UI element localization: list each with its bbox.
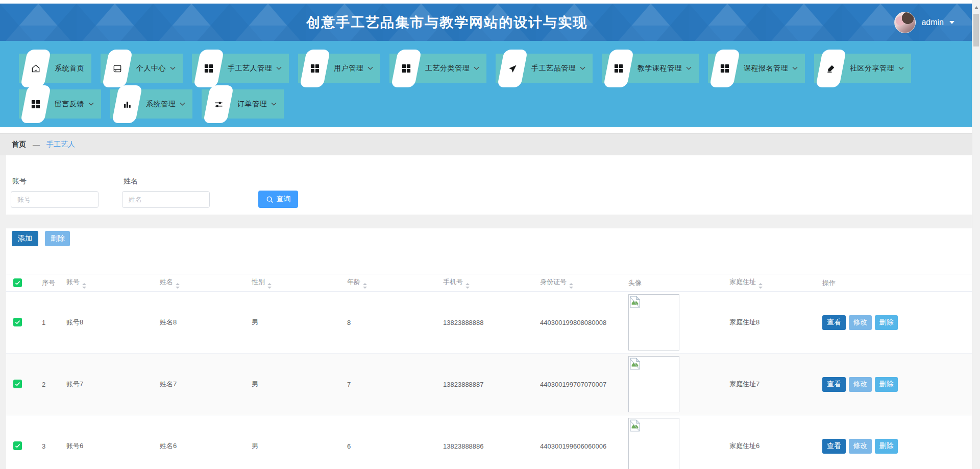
bulk-delete-button[interactable]: 删除 [45,231,70,246]
search-button-label: 查询 [277,195,291,204]
search-button[interactable]: 查询 [258,191,298,208]
cell-account: 账号7 [60,354,154,415]
account-label: 账号 [11,177,99,186]
row-actions: 查看 修改 删除 [822,439,972,454]
scrollbar[interactable] [972,0,980,469]
nav-item-craftsman-management[interactable]: 手工艺人管理 [192,54,289,83]
grid-icon [193,50,224,87]
cell-phone: 13823888888 [437,292,534,354]
page: 创意手工艺品集市与教学网站的设计与实现 admin 系统首页 个人中心 [0,0,972,469]
cell-account: 账号6 [60,415,154,469]
name-input[interactable] [122,191,210,208]
bar-chart-icon [112,85,142,123]
table-row: 3 账号6 姓名6 男 6 13823888886 44030019960606… [6,415,972,469]
edit-button[interactable]: 修改 [849,315,872,330]
edit-button[interactable]: 修改 [849,439,872,454]
window-icon [102,50,133,87]
grid-icon [709,50,740,87]
view-button[interactable]: 查看 [822,315,846,330]
nav-item-label: 课程报名管理 [744,64,788,73]
sort-icon[interactable] [465,283,470,289]
scrollbar-thumb[interactable] [973,14,979,46]
nav-item-community-share-management[interactable]: 社区分享管理 [814,54,911,83]
pen-icon [816,50,846,87]
nav-item-home[interactable]: 系统首页 [19,54,91,83]
grid-icon [603,50,634,87]
chevron-down-icon [686,66,692,70]
add-button[interactable]: 添加 [12,231,38,246]
chevron-down-icon [792,66,798,70]
grid-icon [20,85,51,123]
edit-button[interactable]: 修改 [849,377,872,392]
chevron-down-icon [180,102,185,106]
breadcrumb-current[interactable]: 手工艺人 [46,140,75,149]
delete-button[interactable]: 删除 [875,377,898,392]
nav-item-user-management[interactable]: 用户管理 [298,54,380,83]
send-icon [497,50,528,87]
page-title: 创意手工艺品集市与教学网站的设计与实现 [306,13,587,32]
view-button[interactable]: 查看 [822,377,846,392]
avatar-image-placeholder [628,418,679,469]
cell-phone: 13823888886 [437,415,534,469]
chevron-down-icon [898,66,904,70]
cell-gender: 男 [246,292,341,354]
home-icon [20,50,51,87]
sort-icon[interactable] [569,283,573,289]
nav-item-label: 系统首页 [55,64,84,73]
table-panel: 添加 删除 序号 账号 姓名 性别 年龄 手机号 身份证号 头像 [6,228,972,469]
main-nav: 系统首页 个人中心 手工艺人管理 用户管理 [0,41,972,127]
avatar-image-placeholder [628,356,679,412]
user-menu[interactable]: admin [894,12,954,33]
user-avatar[interactable] [894,12,916,33]
grid-icon [300,50,330,87]
nav-item-system-management[interactable]: 系统管理 [110,89,192,119]
sort-icon[interactable] [758,283,763,289]
chevron-down-icon [170,66,176,70]
chevron-down-icon [580,66,585,70]
delete-button[interactable]: 删除 [875,315,898,330]
nav-item-handicraft-management[interactable]: 手工艺品管理 [496,54,593,83]
row-checkbox[interactable] [13,318,22,326]
nav-item-course-enrollment-management[interactable]: 课程报名管理 [708,54,805,83]
col-header-phone: 手机号 [437,274,534,292]
cell-id-card: 440300199707070007 [534,354,622,415]
broken-image-icon [630,296,640,310]
grid-icon [391,50,422,87]
sort-icon[interactable] [363,283,367,289]
nav-row-1: 系统首页 个人中心 手工艺人管理 用户管理 [19,54,972,83]
account-input[interactable] [11,191,99,208]
col-header-avatar: 头像 [622,274,723,292]
nav-item-personal-center[interactable]: 个人中心 [101,54,183,83]
row-checkbox[interactable] [13,380,22,388]
cell-index: 2 [36,354,60,415]
select-all-checkbox[interactable] [13,278,22,287]
chevron-down-icon [474,66,479,70]
nav-item-label: 留言反馈 [55,100,84,109]
nav-item-feedback[interactable]: 留言反馈 [19,89,101,119]
section-divider [0,215,972,228]
row-checkbox[interactable] [13,441,22,450]
cell-account: 账号8 [60,292,154,354]
top-strip [0,0,972,4]
sliders-icon [203,85,234,123]
avatar-image-placeholder [628,294,679,350]
sort-icon[interactable] [176,283,180,289]
sort-icon[interactable] [82,283,86,289]
user-caret-down-icon [949,21,954,24]
account-field-group: 账号 [11,177,99,208]
nav-item-course-management[interactable]: 教学课程管理 [602,54,699,83]
scroll-up-arrow[interactable] [974,6,978,9]
col-header-index: 序号 [36,274,60,292]
cell-id-card: 440300199808080008 [534,292,622,354]
table-header-row: 序号 账号 姓名 性别 年龄 手机号 身份证号 头像 家庭住址 操作 [6,274,972,292]
view-button[interactable]: 查看 [822,439,846,454]
nav-item-craft-category-management[interactable]: 工艺分类管理 [389,54,486,83]
nav-item-label: 用户管理 [334,64,363,73]
chevron-down-icon [368,66,373,70]
breadcrumb-home: 首页 [12,140,26,149]
delete-button[interactable]: 删除 [875,439,898,454]
chevron-down-icon [88,102,94,106]
cell-index: 1 [36,292,60,354]
nav-item-order-management[interactable]: 订单管理 [202,89,284,119]
sort-icon[interactable] [267,283,272,289]
